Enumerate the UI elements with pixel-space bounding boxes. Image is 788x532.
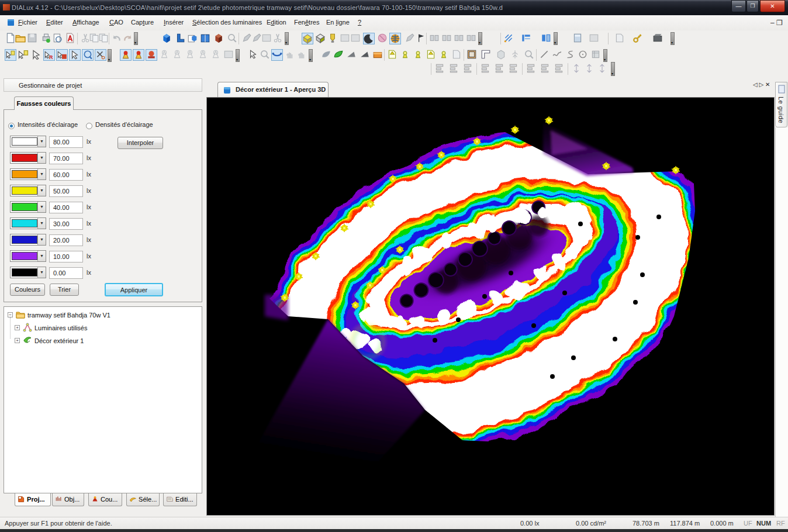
svg-text:R: R xyxy=(49,54,53,60)
